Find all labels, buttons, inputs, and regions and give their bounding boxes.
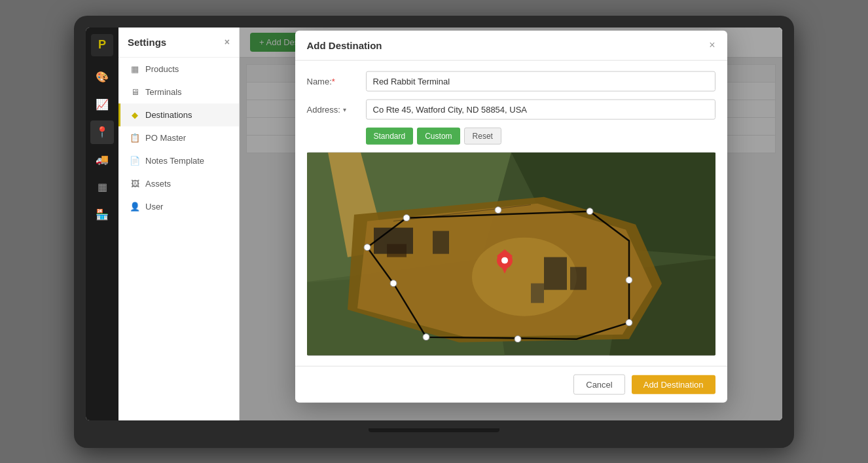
sidebar-item-destinations[interactable]: ◆ Destinations	[118, 103, 239, 126]
add-destination-submit-button[interactable]: Add Destination	[632, 375, 715, 394]
address-dropdown-arrow[interactable]: ▾	[343, 105, 346, 113]
svg-point-17	[390, 280, 397, 286]
sidebar-item-label-assets: Assets	[145, 179, 171, 189]
standard-button[interactable]: Standard	[366, 127, 414, 144]
sidebar-item-label-destinations: Destinations	[145, 110, 192, 120]
svg-point-19	[403, 214, 410, 221]
satellite-map-svg	[307, 152, 715, 355]
map-button-group: Standard Custom Reset	[307, 127, 715, 144]
assets-icon: 🖼	[130, 179, 140, 189]
address-input[interactable]	[366, 99, 715, 119]
settings-title: Settings	[128, 37, 166, 48]
settings-panel: Settings × ▦ Products 🖥 Terminals ◆ Dest…	[118, 28, 240, 420]
cancel-button[interactable]: Cancel	[573, 374, 624, 394]
add-destination-modal: Add Destination × Name:* Address:	[295, 30, 727, 402]
nav-icons: P 🎨 📈 📍 🚚 ▦ 🏪	[86, 28, 118, 420]
reset-button[interactable]: Reset	[464, 127, 501, 144]
svg-point-23	[626, 319, 632, 325]
sidebar-item-po-master[interactable]: 📋 PO Master	[118, 126, 239, 149]
svg-rect-14	[531, 283, 544, 303]
sidebar-item-notes-template[interactable]: 📄 Notes Template	[118, 149, 239, 172]
modal-title: Add Destination	[307, 39, 382, 50]
address-row: Address: ▾	[307, 99, 715, 119]
svg-rect-10	[387, 244, 407, 257]
name-row: Name:*	[307, 71, 715, 91]
settings-close-button[interactable]: ×	[225, 37, 230, 47]
address-label: Address: ▾	[307, 104, 359, 114]
nav-icon-truck[interactable]: 🚚	[90, 148, 114, 172]
modal-close-button[interactable]: ×	[709, 40, 715, 50]
sidebar-item-user[interactable]: 👤 User	[118, 195, 239, 218]
user-icon: 👤	[130, 202, 140, 212]
laptop-bottom	[86, 420, 782, 440]
required-indicator: *	[332, 76, 335, 86]
products-icon: ▦	[130, 64, 140, 74]
settings-header: Settings ×	[118, 28, 239, 58]
map-container[interactable]	[307, 152, 715, 355]
svg-rect-13	[570, 267, 587, 289]
modal-footer: Cancel Add Destination	[295, 365, 727, 402]
nav-icon-store[interactable]: 🏪	[90, 203, 114, 227]
sidebar-item-products[interactable]: ▦ Products	[118, 58, 239, 81]
map-background	[307, 152, 715, 355]
po-master-icon: 📋	[130, 133, 140, 143]
sidebar-item-label-po-master: PO Master	[145, 133, 186, 143]
screen: P 🎨 📈 📍 🚚 ▦ 🏪 Settings × ▦ Products 🖥 Te…	[86, 28, 782, 420]
custom-button[interactable]: Custom	[417, 127, 460, 144]
laptop-hinge	[369, 428, 499, 432]
name-input[interactable]	[366, 71, 715, 91]
sidebar-item-label-notes-template: Notes Template	[145, 156, 204, 166]
sidebar-item-assets[interactable]: 🖼 Assets	[118, 172, 239, 195]
svg-point-21	[587, 208, 593, 214]
laptop-frame: P 🎨 📈 📍 🚚 ▦ 🏪 Settings × ▦ Products 🖥 Te…	[74, 16, 794, 448]
notes-template-icon: 📄	[130, 156, 140, 166]
nav-icon-location[interactable]: 📍	[90, 120, 114, 144]
svg-rect-11	[433, 231, 449, 253]
main-content: + Add Destination Phone No 245666666 204…	[240, 28, 782, 420]
terminals-icon: 🖥	[130, 87, 140, 97]
logo-text: P	[98, 38, 106, 52]
logo: P	[91, 34, 113, 56]
svg-point-24	[515, 335, 521, 342]
name-label: Name:*	[307, 76, 359, 86]
svg-point-25	[423, 333, 429, 340]
svg-rect-12	[544, 257, 567, 289]
nav-icon-chart[interactable]: 📈	[90, 93, 114, 117]
destinations-diamond-icon: ◆	[130, 110, 140, 120]
sidebar-item-label-products: Products	[145, 64, 179, 74]
svg-point-28	[501, 257, 508, 263]
modal-header: Add Destination ×	[295, 30, 727, 60]
modal-body: Name:* Address: ▾ Standard	[295, 60, 727, 365]
svg-point-22	[626, 276, 632, 283]
nav-icon-palette[interactable]: 🎨	[90, 65, 114, 89]
nav-icon-grid[interactable]: ▦	[90, 176, 114, 199]
sidebar-item-label-terminals: Terminals	[145, 87, 182, 97]
svg-point-20	[495, 206, 501, 213]
sidebar-item-terminals[interactable]: 🖥 Terminals	[118, 81, 239, 103]
sidebar-item-label-user: User	[145, 202, 163, 212]
svg-point-18	[364, 244, 371, 250]
